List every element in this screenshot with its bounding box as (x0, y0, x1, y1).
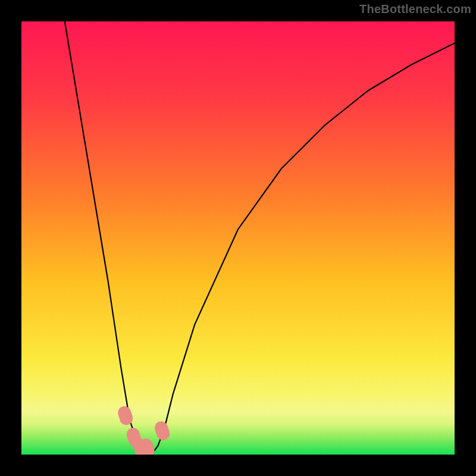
watermark-text: TheBottleneck.com (359, 2, 471, 16)
gradient-background (21, 21, 455, 455)
chart-frame: TheBottleneck.com (0, 0, 476, 476)
chart-svg (21, 21, 455, 455)
plot-area (21, 21, 455, 455)
